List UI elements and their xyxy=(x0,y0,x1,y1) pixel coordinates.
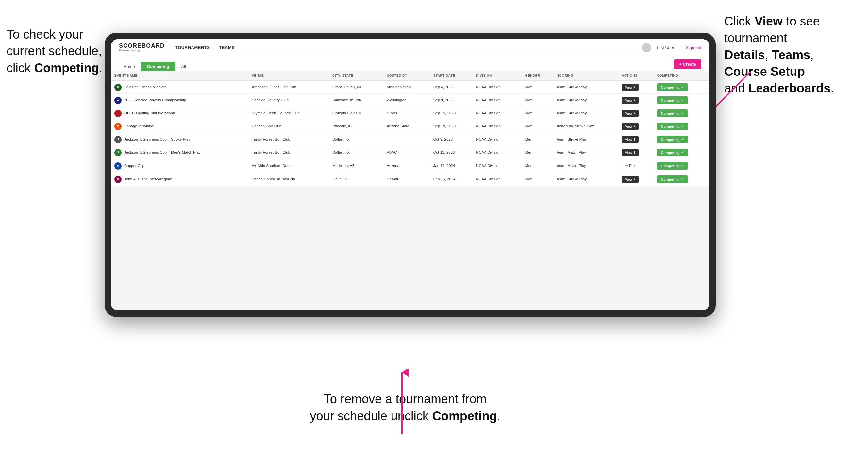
venue-cell: Olympia Fields Country Club xyxy=(248,107,329,120)
hosted-by-cell: Illinois xyxy=(383,107,430,120)
hosted-by-cell: Arizona xyxy=(383,159,430,173)
header-username: Test User xyxy=(656,45,674,50)
competing-cell: Competing xyxy=(654,173,709,186)
city-state-cell: Olympia Fields, IL xyxy=(329,107,383,120)
nav-tournaments[interactable]: TOURNAMENTS xyxy=(175,45,210,50)
competing-button[interactable]: Competing xyxy=(657,110,688,117)
view-button[interactable]: View ℹ xyxy=(622,110,639,117)
header-separator: | xyxy=(679,45,680,50)
scoring-cell: individual, Stroke Play xyxy=(554,120,618,133)
tournaments-table: EVENT NAME VENUE CITY, STATE HOSTED BY S… xyxy=(111,71,709,186)
competing-button[interactable]: Competing xyxy=(657,83,688,91)
division-cell: NCAA Division I xyxy=(473,173,522,186)
event-name-cell: H John A. Burns Intercollegiate xyxy=(111,173,248,186)
start-date-cell: Jan 14, 2024 xyxy=(430,159,473,173)
col-actions: ACTIONS xyxy=(618,71,654,81)
table-row: S Folds of Honor Collegiate American Dun… xyxy=(111,81,709,94)
competing-cell: Competing xyxy=(654,94,709,107)
app-header: SCOREBOARD Powered by clippi TOURNAMENTS… xyxy=(111,39,709,56)
venue-cell: American Dunes Golf Club xyxy=(248,81,329,94)
venue-cell: Ocean Course At Hokuala xyxy=(248,173,329,186)
col-event-name: EVENT NAME xyxy=(111,71,248,81)
col-division: DIVISION xyxy=(473,71,522,81)
competing-cell: Competing xyxy=(654,81,709,94)
table-row: P Papago Individual Papago Golf ClubPhoe… xyxy=(111,120,709,133)
annotation-bottom: To remove a tournament fromyour schedule… xyxy=(278,391,533,425)
actions-cell: View ℹ xyxy=(618,173,654,186)
actions-cell: View ℹ xyxy=(618,120,654,133)
city-state-cell: Maricopa, AZ xyxy=(329,159,383,173)
actions-cell: View ℹ xyxy=(618,146,654,159)
event-name-cell: W 2023 Sahalee Players Championship xyxy=(111,94,248,107)
division-cell: NCAA Division I xyxy=(473,120,522,133)
nav-teams[interactable]: TEAMS xyxy=(219,45,235,50)
start-date-cell: Sep 15, 2023 xyxy=(430,107,473,120)
hosted-by-cell: Hawaii xyxy=(383,173,430,186)
venue-cell: Papago Golf Club xyxy=(248,120,329,133)
col-gender: GENDER xyxy=(522,71,554,81)
event-name: John A. Burns Intercollegiate xyxy=(124,177,172,182)
view-button[interactable]: View ℹ xyxy=(622,176,639,183)
header-right: Test User | Sign out xyxy=(642,43,701,52)
competing-button[interactable]: Competing xyxy=(657,136,688,143)
competing-button[interactable]: Competing xyxy=(657,162,688,169)
table-row: A Copper Cup Ak-Chin Southern DunesMaric… xyxy=(111,159,709,173)
col-scoring: SCORING xyxy=(554,71,618,81)
actions-cell: View ℹ xyxy=(618,81,654,94)
signout-link[interactable]: Sign out xyxy=(686,45,701,50)
event-name-cell: A Copper Cup xyxy=(111,159,248,173)
tablet-screen: SCOREBOARD Powered by clippi TOURNAMENTS… xyxy=(111,39,709,310)
competing-cell: Competing xyxy=(654,107,709,120)
scoring-cell: team, Stroke Play xyxy=(554,107,618,120)
sub-nav: Home Competing All + Create xyxy=(111,56,709,71)
start-date-cell: Feb 15, 2024 xyxy=(430,173,473,186)
start-date-cell: Oct 11, 2023 xyxy=(430,146,473,159)
competing-button[interactable]: Competing xyxy=(657,149,688,156)
actions-cell: View ℹ xyxy=(618,94,654,107)
start-date-cell: Sep 18, 2023 xyxy=(430,120,473,133)
division-cell: NCAA Division I xyxy=(473,159,522,173)
team-logo: J xyxy=(114,149,122,156)
competing-button[interactable]: Competing xyxy=(657,96,688,104)
event-name-cell: P Papago Individual xyxy=(111,120,248,133)
event-name: Copper Cup xyxy=(124,163,145,168)
tab-all[interactable]: All xyxy=(177,62,190,71)
tablet-device: SCOREBOARD Powered by clippi TOURNAMENTS… xyxy=(104,33,716,317)
start-date-cell: Oct 9, 2023 xyxy=(430,133,473,146)
table-row: J Jackson T. Stephens Cup – Stroke Play … xyxy=(111,133,709,146)
venue-cell: Sahalee Country Club xyxy=(248,94,329,107)
gender-cell: Men xyxy=(522,107,554,120)
app-title: SCOREBOARD xyxy=(119,43,165,49)
annotation-top-right: Click View to seetournamentDetails, Team… xyxy=(724,13,862,97)
view-button[interactable]: View ℹ xyxy=(622,123,639,130)
event-name: 2023 Sahalee Players Championship xyxy=(124,98,186,103)
hosted-by-cell: Washington xyxy=(383,94,430,107)
view-button[interactable]: View ℹ xyxy=(622,84,639,91)
scoring-cell: team, Match Play xyxy=(554,159,618,173)
actions-cell: ✏ Edit xyxy=(618,159,654,173)
competing-button[interactable]: Competing xyxy=(657,123,688,130)
city-state-cell: Phoenix, AZ xyxy=(329,120,383,133)
tab-home[interactable]: Home xyxy=(119,62,140,71)
table-row: H John A. Burns Intercollegiate Ocean Co… xyxy=(111,173,709,186)
view-button[interactable]: View ℹ xyxy=(622,136,639,143)
competing-button[interactable]: Competing xyxy=(657,176,688,183)
division-cell: NCAA Division I xyxy=(473,146,522,159)
tab-competing[interactable]: Competing xyxy=(141,62,176,71)
division-cell: NCAA Division I xyxy=(473,133,522,146)
competing-cell: Competing xyxy=(654,159,709,173)
hosted-by-cell: Michigan State xyxy=(383,81,430,94)
city-state-cell: Dallas, TX xyxy=(329,133,383,146)
team-logo: W xyxy=(114,97,122,104)
annotation-top-left: To check yourcurrent schedule,click Comp… xyxy=(6,26,118,76)
scoring-cell: team, Stroke Play xyxy=(554,173,618,186)
create-button[interactable]: + Create xyxy=(674,60,701,69)
hosted-by-cell: Arizona State xyxy=(383,120,430,133)
event-name-cell: S Folds of Honor Collegiate xyxy=(111,81,248,94)
event-name-cell: J Jackson T. Stephens Cup – Men's Match … xyxy=(111,146,248,159)
view-button[interactable]: View ℹ xyxy=(622,97,639,104)
venue-cell: Ak-Chin Southern Dunes xyxy=(248,159,329,173)
col-city-state: CITY, STATE xyxy=(329,71,383,81)
edit-button[interactable]: ✏ Edit xyxy=(622,162,639,170)
view-button[interactable]: View ℹ xyxy=(622,149,639,156)
